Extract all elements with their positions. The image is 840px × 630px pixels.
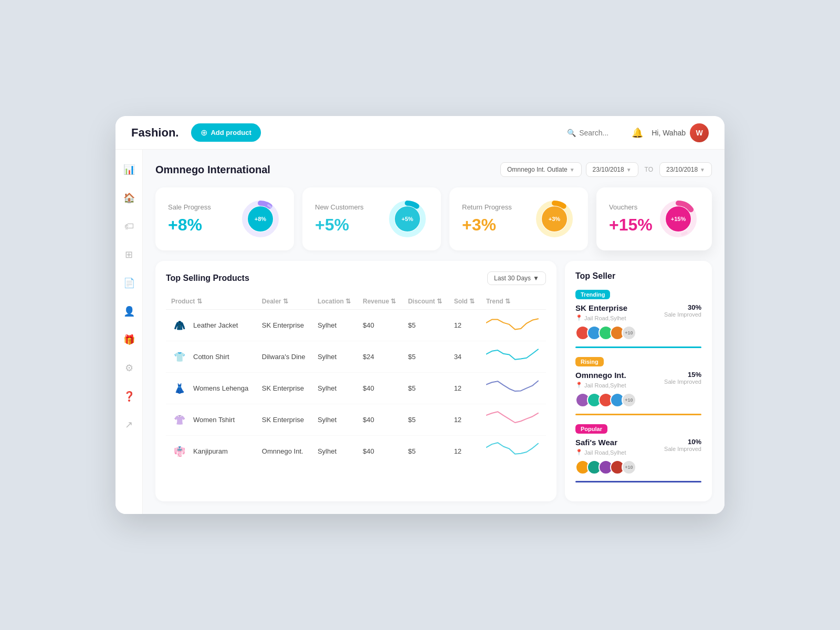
- discount-cell: $5: [403, 436, 448, 462]
- dealer-cell: Omnnego Int.: [257, 436, 312, 462]
- vouchers-value: +15%: [609, 215, 653, 235]
- date-to-label: TO: [643, 166, 655, 173]
- sidebar-item-gifts[interactable]: 🎁: [120, 330, 139, 349]
- seller-description: Sale Improved: [664, 379, 701, 385]
- product-thumbnail: 👚: [171, 412, 188, 428]
- seller-avatars: +10: [575, 460, 636, 475]
- donut-chart-return: +3%: [533, 198, 575, 240]
- main-grid: Top Selling Products Last 30 Days ▼ Prod…: [155, 261, 712, 501]
- seller-divider: [575, 414, 701, 415]
- seller-name: Omnnego Int.: [575, 371, 636, 380]
- stat-label: Return Progress: [462, 203, 512, 211]
- stat-label: New Customers: [315, 203, 363, 211]
- seller-description: Sale Improved: [664, 311, 701, 318]
- revenue-cell: $40: [358, 436, 403, 462]
- caret-icon: ▼: [570, 167, 575, 173]
- sidebar-item-settings[interactable]: ⚙: [120, 359, 139, 377]
- sparkline-chart: [486, 410, 539, 428]
- seller-stats: 10% Sale Improved: [664, 438, 701, 452]
- stat-card-new-customers: New Customers +5% +5%: [302, 187, 441, 250]
- sidebar-item-tags[interactable]: 🏷: [120, 217, 139, 236]
- discount-cell: $5: [403, 341, 448, 373]
- seller-info: SK Enterprise 📍 Jail Road,Sylhet +10 30%…: [575, 303, 701, 340]
- product-thumbnail: 👘: [171, 443, 188, 460]
- period-select[interactable]: Last 30 Days ▼: [487, 271, 546, 285]
- trend-cell: [481, 404, 546, 436]
- seller-name: Safi's Wear: [575, 438, 636, 447]
- seller-location: 📍 Jail Road,Sylhet: [575, 314, 636, 321]
- sidebar-item-chart[interactable]: 📊: [120, 160, 139, 179]
- donut-center: +3%: [542, 206, 567, 232]
- trend-cell: [481, 373, 546, 404]
- date-to-filter[interactable]: 23/10/2018 ▼: [659, 162, 712, 177]
- date-from-filter[interactable]: 23/10/2018 ▼: [586, 162, 638, 177]
- avatar: W: [690, 123, 709, 142]
- seller-percentage: 30%: [664, 303, 701, 311]
- sidebar-item-home[interactable]: 🏠: [120, 188, 139, 207]
- stat-card-return-progress: Return Progress +3% +3%: [449, 187, 588, 250]
- seller-info: Safi's Wear 📍 Jail Road,Sylhet +10 10% S…: [575, 438, 701, 475]
- notification-bell-icon[interactable]: 🔔: [632, 127, 643, 139]
- plus-icon: ⊕: [201, 128, 207, 138]
- trend-cell: [481, 436, 546, 462]
- section-title: Omnnego International: [155, 164, 500, 176]
- table-row: 👚 Women Tshirt SK Enterprise Sylhet $40 …: [166, 404, 546, 436]
- search-input[interactable]: [579, 129, 621, 137]
- product-cell: 👗 Womens Lehenga: [166, 373, 257, 404]
- dealer-cell: Dilwara's Dine: [257, 341, 312, 373]
- vouchers-card: Vouchers +15% +15%: [596, 187, 712, 250]
- header: Fashion. ⊕ Add product 🔍 🔔 Hi, Wahab W: [116, 116, 724, 150]
- sidebar-item-logout[interactable]: ↗: [120, 415, 139, 434]
- top-seller-title: Top Seller: [575, 271, 701, 281]
- product-name: Leather Jacket: [193, 321, 238, 329]
- stat-label: Sale Progress: [168, 203, 211, 211]
- stat-card-sale-progress: Sale Progress +8% +8%: [155, 187, 294, 250]
- sparkline-chart: [486, 315, 539, 334]
- seller-badge: Popular: [575, 424, 607, 434]
- stats-voucher-row: Sale Progress +8% +8%: [155, 187, 712, 250]
- top-seller-section: Top Seller Trending SK Enterprise 📍 Jail…: [565, 261, 712, 501]
- table-row: 🧥 Leather Jacket SK Enterprise Sylhet $4…: [166, 310, 546, 341]
- location-icon: 📍: [575, 382, 583, 388]
- col-dealer: Dealer ⇅: [257, 293, 312, 310]
- donut-center: +8%: [248, 206, 273, 232]
- caret-icon: ▼: [533, 275, 539, 282]
- donut-center: +5%: [395, 206, 420, 232]
- revenue-cell: $24: [358, 341, 403, 373]
- sidebar-item-grid[interactable]: ⊞: [120, 245, 139, 264]
- add-product-button[interactable]: ⊕ Add product: [191, 123, 260, 142]
- seller-avatar-count: +10: [622, 460, 636, 475]
- seller-card: Trending SK Enterprise 📍 Jail Road,Sylhe…: [575, 289, 701, 348]
- product-cell: 👘 Kanjipuram: [166, 436, 257, 462]
- caret-icon: ▼: [626, 167, 632, 173]
- sidebar-item-help[interactable]: ❓: [120, 387, 139, 406]
- location-icon: 📍: [575, 314, 583, 321]
- table-header: Top Selling Products Last 30 Days ▼: [166, 271, 546, 285]
- revenue-cell: $40: [358, 310, 403, 341]
- stat-value: +5%: [315, 215, 363, 235]
- sparkline-chart: [486, 346, 539, 365]
- stat-value: +8%: [168, 215, 211, 235]
- table-title: Top Selling Products: [166, 274, 487, 283]
- revenue-cell: $40: [358, 404, 403, 436]
- donut-chart-vouchers: +15%: [657, 198, 699, 240]
- table-scroll[interactable]: Product ⇅ Dealer ⇅ Location ⇅ Revenue ⇅ …: [166, 293, 546, 461]
- stats-cards: Sale Progress +8% +8%: [155, 187, 588, 250]
- sidebar-item-users[interactable]: 👤: [120, 302, 139, 321]
- discount-cell: $5: [403, 373, 448, 404]
- donut-chart-customers: +5%: [386, 198, 428, 240]
- sold-cell: 12: [449, 436, 481, 462]
- seller-avatar-count: +10: [622, 393, 636, 407]
- seller-avatar-count: +10: [622, 326, 636, 340]
- seller-avatars: +10: [575, 393, 636, 407]
- seller-divider: [575, 481, 701, 482]
- sidebar-item-files[interactable]: 📄: [120, 274, 139, 292]
- table-row: 👗 Womens Lehenga SK Enterprise Sylhet $4…: [166, 373, 546, 404]
- dealer-cell: SK Enterprise: [257, 404, 312, 436]
- seller-percentage: 10%: [664, 438, 701, 446]
- donut-chart-sale: +8%: [239, 198, 281, 240]
- sidebar: 📊 🏠 🏷 ⊞ 📄 👤 🎁 ⚙ ❓ ↗: [116, 150, 143, 514]
- product-cell: 🧥 Leather Jacket: [166, 310, 257, 341]
- store-filter[interactable]: Omnnego Int. Outlate ▼: [500, 162, 582, 177]
- greeting-text: Hi, Wahab: [652, 129, 686, 137]
